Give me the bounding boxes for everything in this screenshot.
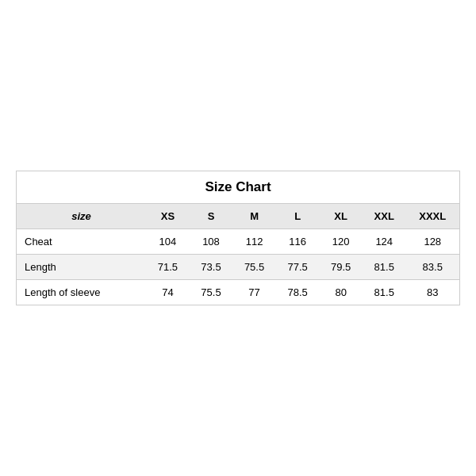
header-cell-7: XXXL — [406, 204, 460, 229]
header-cell-4: L — [276, 204, 320, 229]
cell-1-6: 83.5 — [406, 255, 460, 280]
row-label-0: Cheat — [17, 229, 147, 255]
header-cell-3: M — [232, 204, 276, 229]
header-cell-6: XXL — [363, 204, 406, 229]
table-row: Length of sleeve7475.57778.58081.583 — [17, 280, 460, 305]
cell-0-3: 116 — [276, 229, 320, 255]
cell-2-2: 77 — [232, 280, 276, 305]
title-row: Size Chart — [17, 171, 460, 204]
row-label-2: Length of sleeve — [17, 280, 147, 305]
cell-2-3: 78.5 — [276, 280, 320, 305]
cell-0-2: 112 — [232, 229, 276, 255]
cell-1-2: 75.5 — [232, 255, 276, 280]
cell-0-4: 120 — [319, 229, 363, 255]
cell-1-4: 79.5 — [319, 255, 363, 280]
cell-0-1: 108 — [190, 229, 233, 255]
cell-0-6: 128 — [406, 229, 460, 255]
header-row: sizeXSSMLXLXXLXXXL — [17, 204, 460, 229]
cell-1-0: 71.5 — [146, 255, 190, 280]
cell-2-6: 83 — [406, 280, 460, 305]
cell-1-1: 73.5 — [190, 255, 233, 280]
cell-1-3: 77.5 — [276, 255, 320, 280]
table-body: Cheat104108112116120124128Length71.573.5… — [17, 229, 460, 305]
row-label-1: Length — [17, 255, 147, 280]
table-title: Size Chart — [17, 171, 460, 204]
cell-2-4: 80 — [319, 280, 363, 305]
header-cell-5: XL — [319, 204, 363, 229]
size-chart-container: Size Chart sizeXSSMLXLXXLXXXL Cheat10410… — [16, 171, 460, 305]
header-cell-2: S — [190, 204, 233, 229]
cell-2-0: 74 — [146, 280, 190, 305]
table-row: Length71.573.575.577.579.581.583.5 — [17, 255, 460, 280]
cell-1-5: 81.5 — [363, 255, 406, 280]
cell-0-5: 124 — [363, 229, 406, 255]
size-chart-table: Size Chart sizeXSSMLXLXXLXXXL Cheat10410… — [16, 171, 460, 305]
cell-0-0: 104 — [146, 229, 190, 255]
header-cell-0: size — [17, 204, 147, 229]
table-row: Cheat104108112116120124128 — [17, 229, 460, 255]
cell-2-1: 75.5 — [190, 280, 233, 305]
cell-2-5: 81.5 — [363, 280, 406, 305]
header-cell-1: XS — [146, 204, 190, 229]
